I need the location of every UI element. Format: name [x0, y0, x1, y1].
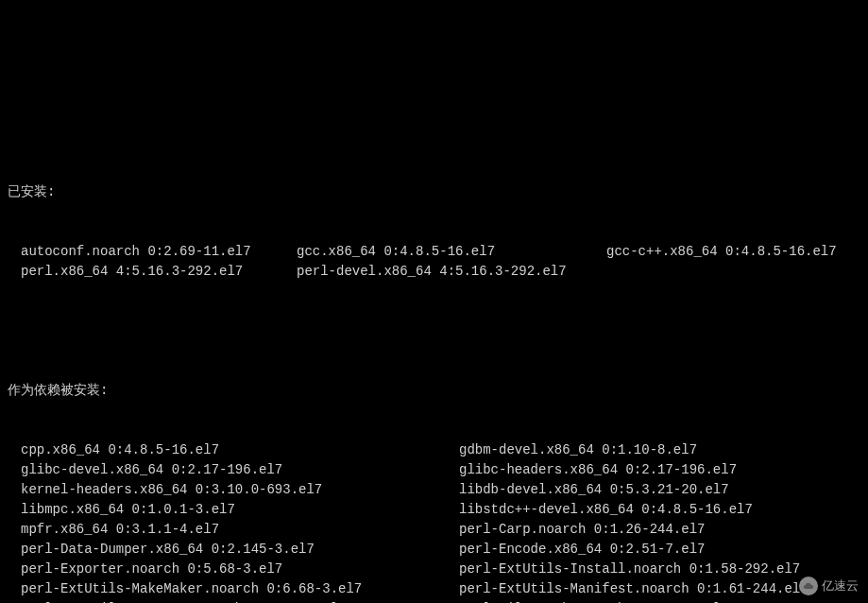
installed-header: 已安装:	[8, 182, 860, 202]
package-item: perl-Carp.noarch 0:1.26-244.el7	[459, 520, 860, 540]
package-item: perl.x86_64 4:5.16.3-292.el7	[21, 262, 297, 282]
dep-row: glibc-devel.x86_64 0:2.17-196.el7glibc-h…	[8, 460, 860, 480]
package-item: perl-Data-Dumper.x86_64 0:2.145-3.el7	[21, 540, 459, 560]
package-item: perl-devel.x86_64 4:5.16.3-292.el7	[297, 262, 606, 282]
package-item: gdbm-devel.x86_64 0:1.10-8.el7	[459, 440, 860, 460]
package-item: perl-ExtUtils-MakeMaker.noarch 0:6.68-3.…	[21, 579, 459, 599]
dep-row: cpp.x86_64 0:4.8.5-16.el7gdbm-devel.x86_…	[8, 440, 860, 460]
package-item: cpp.x86_64 0:4.8.5-16.el7	[21, 440, 459, 460]
cloud-icon	[799, 577, 818, 595]
package-item: mpfr.x86_64 0:3.1.1-4.el7	[21, 520, 459, 540]
installed-row: perl.x86_64 4:5.16.3-292.el7perl-devel.x…	[8, 262, 860, 282]
package-item: kernel-headers.x86_64 0:3.10.0-693.el7	[21, 480, 459, 500]
watermark-text: 亿速云	[822, 576, 859, 595]
dep-row: libmpc.x86_64 0:1.0.1-3.el7libstdc++-dev…	[8, 500, 860, 520]
package-item: perl-Encode.x86_64 0:2.51-7.el7	[459, 540, 860, 560]
dep-row: perl-Exporter.noarch 0:5.68-3.el7perl-Ex…	[8, 560, 860, 579]
deps-header: 作为依赖被安装:	[8, 381, 860, 401]
installed-row: autoconf.noarch 0:2.69-11.el7gcc.x86_64 …	[8, 242, 860, 262]
dep-row: mpfr.x86_64 0:3.1.1-4.el7perl-Carp.noarc…	[8, 520, 860, 540]
dep-row: perl-ExtUtils-ParseXS.noarch 1:3.18-3.el…	[8, 599, 860, 603]
dep-row: perl-Data-Dumper.x86_64 0:2.145-3.el7per…	[8, 540, 860, 560]
dep-row: perl-ExtUtils-MakeMaker.noarch 0:6.68-3.…	[8, 579, 860, 599]
blank-line	[8, 123, 860, 143]
package-item: perl-File-Path.noarch 0:2.09-2.el7	[459, 599, 860, 603]
package-item: autoconf.noarch 0:2.69-11.el7	[21, 242, 297, 262]
package-item: libdb-devel.x86_64 0:5.3.21-20.el7	[459, 480, 860, 500]
watermark: 亿速云	[799, 576, 859, 595]
terminal-output[interactable]: 已安装: autoconf.noarch 0:2.69-11.el7gcc.x8…	[0, 79, 868, 603]
package-item: perl-Exporter.noarch 0:5.68-3.el7	[21, 560, 459, 579]
package-item	[606, 262, 860, 282]
package-item: glibc-devel.x86_64 0:2.17-196.el7	[21, 460, 459, 480]
package-item: perl-ExtUtils-ParseXS.noarch 1:3.18-3.el…	[21, 599, 459, 603]
package-item: libmpc.x86_64 0:1.0.1-3.el7	[21, 500, 459, 520]
package-item: gcc.x86_64 0:4.8.5-16.el7	[297, 242, 606, 262]
package-item: glibc-headers.x86_64 0:2.17-196.el7	[459, 460, 860, 480]
blank-line	[8, 321, 860, 341]
package-item: libstdc++-devel.x86_64 0:4.8.5-16.el7	[459, 500, 860, 520]
package-item: gcc-c++.x86_64 0:4.8.5-16.el7	[606, 242, 860, 262]
dep-row: kernel-headers.x86_64 0:3.10.0-693.el7li…	[8, 480, 860, 500]
